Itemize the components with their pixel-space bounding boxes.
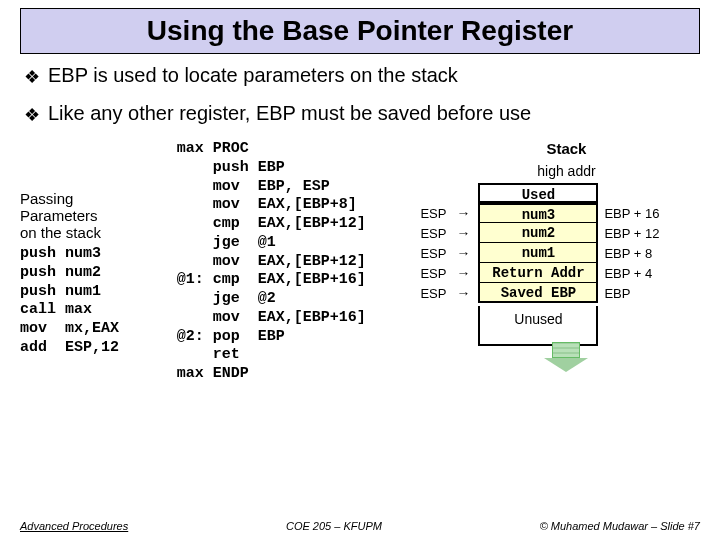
esp-pointer: ESP [416,226,448,241]
stack-row: ESP → Return Addr EBP + 4 [416,263,700,283]
arrow-icon: → [448,285,478,301]
diamond-icon: ❖ [24,66,40,88]
down-arrow-icon [544,342,588,372]
stack-cell: Return Addr [478,263,598,283]
arrow-icon: → [448,225,478,241]
bullet-list: ❖ EBP is used to locate parameters on th… [24,64,696,126]
stack-offset: EBP + 12 [598,226,659,241]
stack-cell: num3 [478,203,598,223]
desc-line: Parameters [20,207,167,224]
esp-pointer: ESP [416,286,448,301]
slide-title: Using the Base Pointer Register [20,8,700,54]
main-content: Passing Parameters on the stack push num… [0,140,720,384]
slide-footer: Advanced Procedures COE 205 – KFUPM © Mu… [0,520,720,532]
esp-pointer: ESP [416,246,448,261]
stack-row: ESP → num2 EBP + 12 [416,223,700,243]
esp-pointer: ESP [416,266,448,281]
bullet-item: ❖ EBP is used to locate parameters on th… [24,64,696,88]
stack-heading: Stack [506,140,626,157]
arrow-icon: → [448,245,478,261]
stack-row: Used [416,183,700,203]
stack-row: ESP → num1 EBP + 8 [416,243,700,263]
procedure-code: max PROC push EBP mov EBP, ESP mov EAX,[… [177,140,407,384]
high-addr-label: high addr [506,163,626,179]
footer-left: Advanced Procedures [20,520,128,532]
diamond-icon: ❖ [24,104,40,126]
caller-desc: Passing Parameters on the stack [20,190,167,241]
bullet-text: EBP is used to locate parameters on the … [48,64,458,87]
stack-row: ESP → Saved EBP EBP [416,283,700,303]
stack-offset: EBP + 4 [598,266,652,281]
bullet-item: ❖ Like any other register, EBP must be s… [24,102,696,126]
footer-right: © Muhamed Mudawar – Slide #7 [540,520,700,532]
stack-diagram: Stack high addr Used ESP → num3 EBP + 16… [416,140,700,349]
stack-offset: EBP [598,286,630,301]
caller-side: Passing Parameters on the stack push num… [20,140,167,358]
desc-line: Passing [20,190,167,207]
stack-offset: EBP + 16 [598,206,659,221]
stack-cell: num2 [478,223,598,243]
bullet-text: Like any other register, EBP must be sav… [48,102,531,125]
stack-cell-used: Used [478,183,598,203]
stack-cell-unused: Unused [478,306,598,346]
caller-code: push num3 push num2 push num1 call max m… [20,245,167,358]
stack-cell: num1 [478,243,598,263]
footer-center: COE 205 – KFUPM [286,520,382,532]
stack-cell: Saved EBP [478,283,598,303]
arrow-icon: → [448,205,478,221]
stack-offset: EBP + 8 [598,246,652,261]
unused-label: Unused [480,310,596,328]
stack-row: ESP → num3 EBP + 16 [416,203,700,223]
desc-line: on the stack [20,224,167,241]
arrow-icon: → [448,265,478,281]
esp-pointer: ESP [416,206,448,221]
